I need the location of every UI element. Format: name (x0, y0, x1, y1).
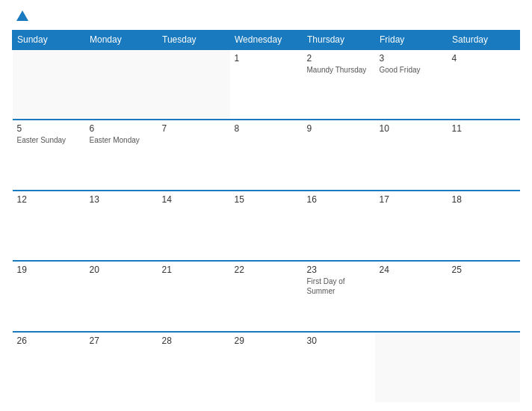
calendar-cell: 29 (230, 332, 303, 402)
weekday-header: Tuesday (158, 31, 230, 50)
cell-day-number: 7 (162, 123, 226, 134)
calendar-cell (85, 49, 158, 120)
cell-day-number: 17 (380, 194, 443, 205)
calendar-cell: 16 (303, 191, 375, 261)
logo-triangle-icon (16, 10, 28, 21)
cell-day-number: 29 (235, 336, 298, 346)
calendar-cell: 3Good Friday (375, 49, 448, 120)
calendar-cell: 10 (375, 120, 448, 190)
calendar-cell: 21 (158, 261, 230, 331)
calendar-cell: 8 (230, 120, 303, 190)
cell-day-number: 3 (380, 53, 443, 64)
cell-day-number: 20 (90, 265, 153, 275)
calendar-cell: 30 (303, 332, 375, 402)
weekday-header: Sunday (13, 31, 85, 50)
cell-day-number: 27 (90, 336, 153, 346)
calendar-cell: 2Maundy Thursday (303, 49, 375, 120)
cell-day-number: 13 (90, 194, 153, 205)
calendar-week-row: 2627282930 (13, 332, 520, 402)
calendar-cell: 19 (13, 261, 85, 331)
cell-day-number: 28 (162, 336, 226, 346)
calendar-cell: 24 (375, 261, 448, 331)
calendar-cell: 25 (448, 261, 520, 331)
calendar-cell: 14 (158, 191, 230, 261)
calendar-cell (375, 332, 448, 402)
calendar-week-row: 5Easter Sunday6Easter Monday7891011 (13, 120, 520, 190)
calendar-cell: 17 (375, 191, 448, 261)
calendar-cell: 20 (85, 261, 158, 331)
cell-day-number: 26 (17, 336, 81, 346)
cell-holiday-label: Easter Sunday (17, 135, 81, 145)
weekday-header: Wednesday (230, 31, 303, 50)
cell-day-number: 5 (17, 123, 81, 134)
cell-holiday-label: First Day of Summer (307, 276, 371, 296)
cell-day-number: 12 (17, 194, 81, 205)
calendar-cell: 15 (230, 191, 303, 261)
calendar-table: SundayMondayTuesdayWednesdayThursdayFrid… (12, 30, 520, 402)
cell-day-number: 15 (235, 194, 298, 205)
weekday-header: Thursday (303, 31, 375, 50)
cell-holiday-label: Maundy Thursday (307, 65, 371, 75)
cell-day-number: 4 (452, 53, 516, 64)
calendar-cell: 7 (158, 120, 230, 190)
cell-day-number: 21 (162, 265, 226, 275)
weekday-header: Monday (85, 31, 158, 50)
cell-holiday-label: Easter Monday (90, 135, 153, 145)
calendar-week-row: 12131415161718 (13, 191, 520, 261)
cell-day-number: 6 (90, 123, 153, 134)
calendar-cell: 18 (448, 191, 520, 261)
cell-day-number: 1 (235, 53, 298, 64)
cell-day-number: 16 (307, 194, 371, 205)
cell-day-number: 10 (380, 123, 443, 134)
calendar-cell: 22 (230, 261, 303, 331)
logo (12, 9, 28, 22)
calendar-cell: 26 (13, 332, 85, 402)
cell-day-number: 18 (452, 194, 516, 205)
calendar-cell: 4 (448, 49, 520, 120)
calendar-cell: 9 (303, 120, 375, 190)
weekday-header: Friday (375, 31, 448, 50)
calendar-header (12, 9, 520, 22)
calendar-week-row: 12Maundy Thursday3Good Friday4 (13, 49, 520, 120)
cell-day-number: 19 (17, 265, 81, 275)
calendar-cell: 12 (13, 191, 85, 261)
cell-day-number: 25 (452, 265, 516, 275)
cell-day-number: 30 (307, 336, 371, 346)
calendar-cell: 13 (85, 191, 158, 261)
cell-day-number: 11 (452, 123, 516, 134)
weekday-header: Saturday (448, 31, 520, 50)
cell-day-number: 23 (307, 265, 371, 275)
cell-day-number: 8 (235, 123, 298, 134)
weekday-header-row: SundayMondayTuesdayWednesdayThursdayFrid… (13, 31, 520, 50)
cell-day-number: 22 (235, 265, 298, 275)
calendar-cell: 6Easter Monday (85, 120, 158, 190)
calendar-cell: 28 (158, 332, 230, 402)
calendar-cell (13, 49, 85, 120)
calendar-cell: 27 (85, 332, 158, 402)
calendar-cell: 23First Day of Summer (303, 261, 375, 331)
calendar-week-row: 1920212223First Day of Summer2425 (13, 261, 520, 331)
calendar-cell: 1 (230, 49, 303, 120)
calendar-cell (448, 332, 520, 402)
cell-day-number: 9 (307, 123, 371, 134)
cell-day-number: 2 (307, 53, 371, 64)
cell-day-number: 24 (380, 265, 443, 275)
cell-holiday-label: Good Friday (380, 65, 443, 75)
cell-day-number: 14 (162, 194, 226, 205)
calendar-cell: 5Easter Sunday (13, 120, 85, 190)
calendar-cell: 11 (448, 120, 520, 190)
calendar-cell (158, 49, 230, 120)
